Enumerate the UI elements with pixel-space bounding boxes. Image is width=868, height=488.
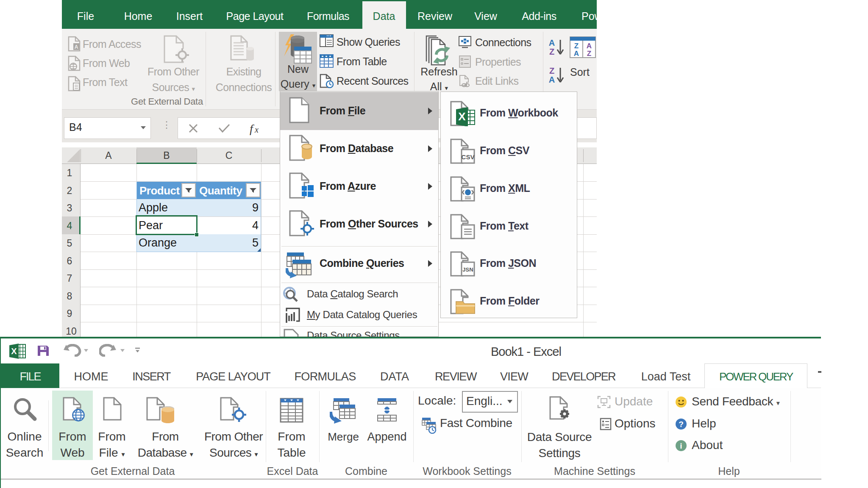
svg-text:x: x xyxy=(254,125,259,134)
svg-text:X: X xyxy=(458,110,466,123)
svg-text:A: A xyxy=(574,50,579,58)
svg-text:A: A xyxy=(549,75,555,84)
svg-text:CSV: CSV xyxy=(462,153,475,161)
svg-text:A: A xyxy=(587,42,592,50)
svg-text:A: A xyxy=(549,38,555,47)
svg-text:?: ? xyxy=(679,420,684,429)
svg-text:Z: Z xyxy=(574,42,579,50)
svg-text:Z: Z xyxy=(549,66,554,75)
svg-text:JSN: JSN xyxy=(462,266,473,273)
svg-text:X: X xyxy=(11,347,17,356)
svg-text:i: i xyxy=(680,441,682,450)
svg-text:f: f xyxy=(250,122,254,135)
svg-text:A: A xyxy=(75,44,78,50)
svg-text:Z: Z xyxy=(549,47,554,56)
svg-text:Z: Z xyxy=(587,50,591,58)
